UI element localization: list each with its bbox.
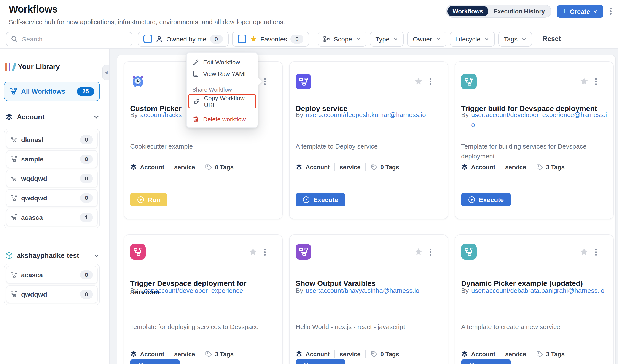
monster-icon <box>130 74 146 89</box>
search-input[interactable] <box>21 35 127 43</box>
favorites-checkbox[interactable] <box>238 35 246 43</box>
owned-by-me-count: 0 <box>210 34 223 43</box>
owner-link[interactable]: user:account/developer_experience@harnes… <box>471 110 609 130</box>
favorite-star-icon[interactable] <box>249 248 257 256</box>
tag-icon <box>371 163 378 171</box>
execute-button[interactable]: Execute <box>130 359 180 364</box>
owned-by-me-filter[interactable]: Owned by me 0 <box>138 31 228 46</box>
owner-link[interactable]: user:account/bhavya.sinha@harness.io <box>306 286 419 296</box>
chevron-down-icon <box>593 9 598 13</box>
tag-icon <box>536 163 543 171</box>
workflow-tile-icon <box>296 244 311 260</box>
sidebar-section-akshayphadke-test[interactable]: akshayphadke-test <box>5 252 99 260</box>
workflow-card-show-output-varaibles[interactable]: Show Output Varaibles Byuser:account/bha… <box>289 234 448 364</box>
sidebar-item-sample[interactable]: sample 0 <box>6 150 98 168</box>
tag-icon <box>536 351 543 358</box>
execute-button[interactable]: Execute <box>461 193 511 206</box>
chevron-down-icon <box>393 37 398 41</box>
workflow-card-trigger-build-devspace[interactable]: Trigger build for Devspace deployment By… <box>455 61 614 219</box>
card-kebab-menu[interactable] <box>263 248 267 257</box>
card-description: A template to Deploy service <box>296 142 442 151</box>
library-sidebar: Your Library ◀ All Workflows 25 Account … <box>0 49 110 364</box>
play-circle-icon <box>468 196 475 203</box>
owner-link[interactable]: account/backs <box>140 110 182 120</box>
card-kebab-menu[interactable] <box>263 77 267 86</box>
sidebar-item-qwdqwd-2[interactable]: qwdqwd 0 <box>6 286 98 303</box>
page-overflow-menu-icon[interactable] <box>609 7 612 15</box>
sidebar-item-acasca[interactable]: acasca 1 <box>6 208 98 226</box>
card-kebab-menu[interactable] <box>594 77 598 86</box>
menu-item-copy-workflow-url[interactable]: Copy Workflow URL <box>189 95 255 107</box>
page-subtitle: Self-service hub for new applications, i… <box>9 18 285 26</box>
workflow-icon <box>11 136 17 143</box>
star-icon <box>250 35 257 42</box>
workflow-card-trigger-devspace-deployment[interactable]: Trigger Devspace deployment for services… <box>124 234 283 364</box>
sidebar-item-dkmasl[interactable]: dkmasl 0 <box>6 131 98 149</box>
execute-button[interactable]: Execute <box>296 359 345 364</box>
card-meta: Account service 0 Tags <box>296 350 399 358</box>
tags-dropdown[interactable]: Tags <box>498 31 532 46</box>
main-content: Custom Picker Byaccount/backs Cookiecutt… <box>110 49 618 364</box>
execute-button[interactable]: Execute <box>296 193 345 206</box>
favorite-star-icon[interactable] <box>580 78 588 86</box>
workflow-card-dynamic-picker-example[interactable]: Dynamic Picker example (updated) Byuser:… <box>455 234 614 364</box>
card-kebab-menu[interactable] <box>429 248 432 257</box>
lifecycle-dropdown[interactable]: Lifecycle <box>450 31 495 46</box>
person-icon <box>156 35 163 42</box>
card-meta: Account service 3 Tags <box>461 163 565 171</box>
favorites-filter[interactable]: Favorites 0 <box>232 31 309 46</box>
sidebar-item-all-workflows[interactable]: All Workflows 25 <box>4 82 100 101</box>
tab-workflows[interactable]: Workflows <box>447 6 488 16</box>
create-button[interactable]: + Create <box>557 5 604 17</box>
owner-link[interactable]: user:account/deepesh.kumar@harness.io <box>306 110 426 120</box>
card-kebab-menu[interactable] <box>429 77 432 86</box>
plus-icon: + <box>563 7 567 15</box>
tab-execution-history[interactable]: Execution History <box>488 6 550 16</box>
workflow-context-menu: Edit Workflow View Raw YAML Share Workfl… <box>186 52 258 128</box>
owned-by-me-checkbox[interactable] <box>144 35 152 43</box>
workflow-card-deploy-service[interactable]: Deploy service Byuser:account/deepesh.ku… <box>289 61 448 219</box>
type-dropdown[interactable]: Type <box>370 31 404 46</box>
play-circle-icon <box>137 196 144 203</box>
sidebar-collapse-button[interactable]: ◀ <box>102 65 109 80</box>
chevron-down-icon <box>93 253 99 259</box>
run-button[interactable]: Run <box>130 193 167 206</box>
card-description: Cookiecutter example <box>130 142 276 151</box>
sidebar-item-acasca-2[interactable]: acasca 0 <box>6 266 98 284</box>
reset-filters-button[interactable]: Reset <box>540 35 563 43</box>
favorite-star-icon[interactable] <box>415 78 423 86</box>
workflow-tile-icon <box>461 74 477 89</box>
menu-item-edit-workflow[interactable]: Edit Workflow <box>187 56 257 68</box>
top-bar: Workflows Self-service hub for new appli… <box>0 0 618 29</box>
menu-item-delete-workflow[interactable]: Delete workflow <box>187 113 257 125</box>
card-kebab-menu[interactable] <box>594 248 598 257</box>
document-icon <box>192 70 199 77</box>
owner-link[interactable]: user:account/debabrata.panigrahi@harness… <box>471 286 605 296</box>
execute-button[interactable]: Execute <box>461 359 511 364</box>
menu-item-view-raw-yaml[interactable]: View Raw YAML <box>187 68 257 79</box>
layers-icon <box>296 351 303 358</box>
workflow-icon <box>10 88 17 95</box>
search-icon <box>11 35 18 42</box>
page-title: Workflows <box>9 3 57 15</box>
view-toggle: Workflows Execution History <box>446 5 551 18</box>
copy-workflow-url-highlight: Copy Workflow URL <box>188 94 256 108</box>
owner-link[interactable]: user:account/developer_experience <box>140 286 243 296</box>
divider <box>536 32 536 45</box>
layers-icon <box>296 164 303 170</box>
workflow-icon <box>11 291 17 298</box>
favorite-star-icon[interactable] <box>580 248 588 256</box>
scope-dropdown[interactable]: Scope <box>318 31 366 46</box>
sidebar-item-qwdqwd[interactable]: qwdqwd 0 <box>6 189 98 207</box>
sidebar-item-wqdqwd[interactable]: wqdqwd 0 <box>6 170 98 187</box>
card-description: A template to create a new service <box>461 322 607 332</box>
pencil-icon <box>192 59 199 65</box>
play-circle-icon <box>303 196 310 203</box>
layers-icon <box>5 113 13 121</box>
favorite-star-icon[interactable] <box>415 248 423 256</box>
workflow-icon <box>11 175 17 182</box>
owner-dropdown[interactable]: Owner <box>407 31 446 46</box>
all-workflows-count: 25 <box>77 87 94 96</box>
workflow-icon <box>11 272 17 278</box>
sidebar-section-account[interactable]: Account <box>5 113 99 121</box>
